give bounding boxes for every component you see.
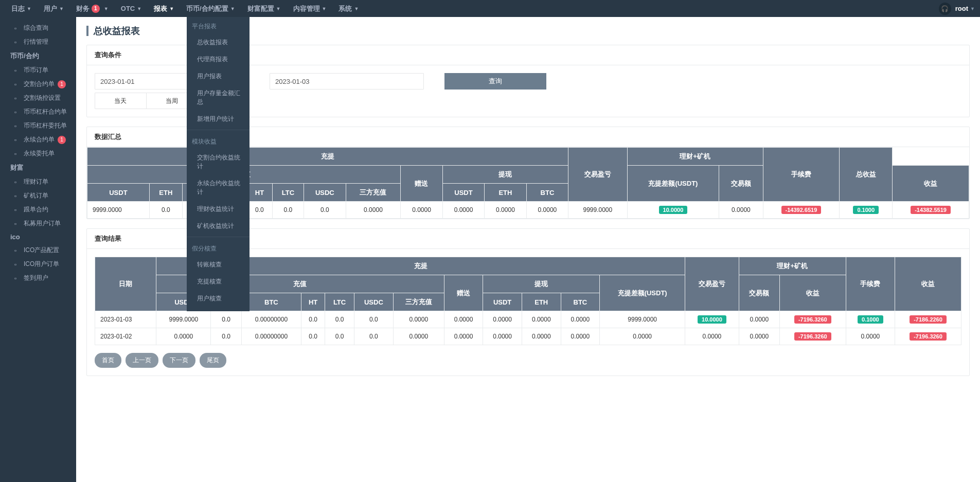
sub-header: USDT xyxy=(483,293,522,311)
cell: 0.00000000 xyxy=(241,311,301,328)
menu-icon: ▫ xyxy=(14,136,16,144)
dropdown-item[interactable]: 用户核查 xyxy=(187,290,250,307)
caret-icon: ▼ xyxy=(354,6,359,11)
dropdown-item[interactable]: 总收益报表 xyxy=(187,34,250,51)
dropdown-item[interactable]: 转账核查 xyxy=(187,256,250,273)
badge-red: -7196.3260 xyxy=(794,315,831,324)
dropdown-item[interactable]: 理财收益统计 xyxy=(187,201,250,218)
label: 报表 xyxy=(154,4,167,13)
time-btn[interactable]: 当天 xyxy=(95,93,147,109)
date-to-input[interactable] xyxy=(270,73,424,90)
topnav-item-5[interactable]: 币币/合约配置▼ xyxy=(180,0,241,17)
top-nav-right: 🎧 root ▼ xyxy=(939,3,975,15)
sidebar-item[interactable]: ▫综合查询 xyxy=(0,21,76,35)
sidebar-item[interactable]: ▫币币杠杆合约单 xyxy=(0,105,76,119)
topnav-item-1[interactable]: 用户▼ xyxy=(38,0,70,17)
table-row: 2023-01-039999.00000.00.000000000.00.00.… xyxy=(95,311,961,328)
label: 币币杠杆委托单 xyxy=(24,121,67,130)
cell: 0.0000 xyxy=(444,311,483,328)
sub-header: LTC xyxy=(325,293,354,311)
sidebar-item[interactable]: ▫跟单合约 xyxy=(0,203,76,217)
page-btn[interactable]: 首页 xyxy=(95,353,121,368)
sidebar-item[interactable]: ▫签到用户 xyxy=(0,271,76,285)
sidebar-item[interactable]: ▫币币订单 xyxy=(0,63,76,77)
th-jiaoyie: 交易额 xyxy=(719,166,763,202)
topnav-item-7[interactable]: 内容管理▼ xyxy=(287,0,333,17)
topnav-item-6[interactable]: 财富配置▼ xyxy=(241,0,287,17)
cell: 9999.0000 xyxy=(156,311,211,328)
menu-icon: ▫ xyxy=(14,109,16,116)
sidebar-item[interactable]: ▫永续合约单1 xyxy=(0,133,76,147)
label: 交割场控设置 xyxy=(24,94,61,102)
th-zengsong: 赠送 xyxy=(401,166,442,202)
headphone-icon[interactable]: 🎧 xyxy=(939,3,951,15)
cell: 2023-01-02 xyxy=(95,328,156,345)
sidebar-item[interactable]: ▫交割合约单1 xyxy=(0,77,76,91)
sidebar-item[interactable]: ▫交割场控设置 xyxy=(0,91,76,105)
label: 签到用户 xyxy=(24,274,48,282)
dropdown-item[interactable]: 矿机收益统计 xyxy=(187,218,250,235)
topnav-item-8[interactable]: 系统▼ xyxy=(332,0,365,17)
th-yingkui: 交易盈亏 xyxy=(685,257,739,311)
dropdown-item[interactable]: 用户报表 xyxy=(187,68,250,85)
cell: -7186.2260 xyxy=(895,311,961,328)
label: 日志 xyxy=(11,4,25,13)
badge-icon: 1 xyxy=(58,80,66,88)
menu-icon: ▫ xyxy=(14,122,16,130)
user-menu[interactable]: root ▼ xyxy=(955,5,975,12)
cell: 0.0000 xyxy=(401,202,442,219)
sidebar-item[interactable]: ▫ICO用户订单 xyxy=(0,257,76,271)
topnav-item-2[interactable]: 财务1▼ xyxy=(70,0,115,17)
caret-icon: ▼ xyxy=(169,6,174,11)
title-bar-icon xyxy=(86,26,88,36)
dropdown-section: 假分核查 xyxy=(187,239,250,256)
badge-green: 10.0000 xyxy=(698,315,726,324)
dropdown-item[interactable]: 代理商报表 xyxy=(187,51,250,68)
label: ICO产品配置 xyxy=(24,246,59,255)
dropdown-item[interactable]: 交割合约收益统计 xyxy=(187,149,250,175)
page-btn[interactable]: 尾页 xyxy=(200,353,226,368)
dropdown-item[interactable]: 永续合约收益统计 xyxy=(187,175,250,201)
sub-header: 三方充值 xyxy=(346,184,401,202)
label: 币币杠杆合约单 xyxy=(24,108,67,116)
badge-icon: 1 xyxy=(58,136,66,144)
sidebar-item[interactable]: ▫私募用户订单 xyxy=(0,217,76,230)
query-button[interactable]: 查询 xyxy=(444,73,546,90)
badge-red: -7196.3260 xyxy=(794,332,831,341)
menu-icon: ▫ xyxy=(14,206,16,213)
label: 财务 xyxy=(76,4,90,13)
cell: 0.0 xyxy=(211,328,241,345)
sidebar-item[interactable]: ▫ICO产品配置 xyxy=(0,243,76,257)
sidebar-item[interactable]: ▫行情管理 xyxy=(0,35,76,49)
dropdown-section: 平台报表 xyxy=(187,17,250,34)
sidebar-group: 币币/合约 xyxy=(0,49,76,63)
menu-icon: ▫ xyxy=(14,67,16,74)
sidebar-item[interactable]: ▫矿机订单 xyxy=(0,189,76,203)
th-tixian: 提现 xyxy=(442,166,568,184)
topnav-item-3[interactable]: OTC▼ xyxy=(115,0,148,17)
topnav-item-4[interactable]: 报表▼ xyxy=(148,0,180,17)
sidebar-item[interactable]: ▫币币杠杆委托单 xyxy=(0,119,76,133)
page-btn[interactable]: 下一页 xyxy=(163,353,195,368)
caret-icon: ▼ xyxy=(276,6,281,11)
label: 币币/合约配置 xyxy=(186,4,228,13)
cell: 0.0000 xyxy=(522,311,561,328)
cell: 0.0 xyxy=(354,328,393,345)
sub-header: USDT xyxy=(87,184,150,202)
sub-header: BTC xyxy=(526,184,568,202)
menu-icon: ▫ xyxy=(14,25,16,32)
sub-header: ETH xyxy=(149,184,182,202)
th-licai: 理财+矿机 xyxy=(739,257,846,275)
dropdown-item[interactable]: 充提核查 xyxy=(187,273,250,290)
dropdown-item[interactable]: 新增用户统计 xyxy=(187,111,250,128)
sidebar-item[interactable]: ▫永续委托单 xyxy=(0,147,76,160)
sidebar-item[interactable]: ▫理财订单 xyxy=(0,175,76,189)
cell: 0.0 xyxy=(149,202,182,219)
badge-red: -7196.3260 xyxy=(910,332,947,341)
page-btn[interactable]: 上一页 xyxy=(126,353,158,368)
topnav-item-0[interactable]: 日志▼ xyxy=(5,0,38,17)
dropdown-item[interactable]: 用户存量金额汇总 xyxy=(187,85,250,111)
sub-header: LTC xyxy=(272,184,304,202)
cell: -7196.3260 xyxy=(779,328,846,345)
th-shouyi2: 收益 xyxy=(895,257,961,311)
